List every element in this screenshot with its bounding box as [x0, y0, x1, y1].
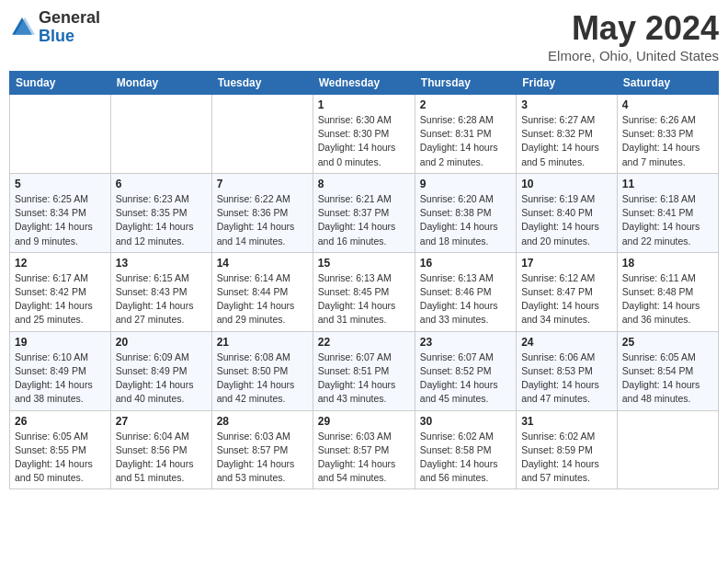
- calendar-cell: 29Sunrise: 6:03 AMSunset: 8:57 PMDayligh…: [313, 410, 415, 489]
- day-info: Sunrise: 6:12 AMSunset: 8:47 PMDaylight:…: [521, 271, 612, 327]
- title-block: May 2024 Elmore, Ohio, United States: [548, 9, 719, 63]
- day-info: Sunrise: 6:15 AMSunset: 8:43 PMDaylight:…: [116, 271, 207, 327]
- day-info: Sunrise: 6:06 AMSunset: 8:53 PMDaylight:…: [521, 350, 612, 407]
- day-number: 2: [420, 98, 511, 111]
- day-info: Sunrise: 6:27 AMSunset: 8:32 PMDaylight:…: [521, 113, 612, 169]
- day-info: Sunrise: 6:17 AMSunset: 8:42 PMDaylight:…: [15, 271, 106, 327]
- weekday-header-saturday: Saturday: [617, 72, 718, 95]
- day-info: Sunrise: 6:02 AMSunset: 8:59 PMDaylight:…: [521, 430, 612, 486]
- calendar-cell: 2Sunrise: 6:28 AMSunset: 8:31 PMDaylight…: [415, 95, 516, 174]
- day-number: 20: [116, 336, 207, 349]
- calendar-cell: 9Sunrise: 6:20 AMSunset: 8:38 PMDaylight…: [415, 173, 516, 252]
- calendar-cell: 7Sunrise: 6:22 AMSunset: 8:36 PMDaylight…: [211, 173, 313, 252]
- day-info: Sunrise: 6:05 AMSunset: 8:55 PMDaylight:…: [15, 430, 106, 486]
- logo-text: General Blue: [39, 9, 100, 46]
- calendar-cell: 27Sunrise: 6:04 AMSunset: 8:56 PMDayligh…: [110, 410, 211, 489]
- day-number: 29: [318, 415, 410, 428]
- day-number: 9: [420, 178, 511, 190]
- day-number: 18: [622, 257, 713, 270]
- calendar-cell: 13Sunrise: 6:15 AMSunset: 8:43 PMDayligh…: [110, 252, 211, 331]
- day-info: Sunrise: 6:22 AMSunset: 8:36 PMDaylight:…: [217, 192, 308, 248]
- calendar-week-row: 5Sunrise: 6:25 AMSunset: 8:34 PMDaylight…: [10, 173, 719, 252]
- calendar-cell: 26Sunrise: 6:05 AMSunset: 8:55 PMDayligh…: [10, 410, 111, 489]
- day-number: 21: [217, 336, 308, 349]
- day-number: 30: [420, 415, 511, 428]
- weekday-header-wednesday: Wednesday: [313, 72, 415, 95]
- day-info: Sunrise: 6:11 AMSunset: 8:48 PMDaylight:…: [622, 271, 713, 327]
- day-number: 5: [15, 178, 106, 190]
- day-info: Sunrise: 6:02 AMSunset: 8:58 PMDaylight:…: [420, 430, 511, 486]
- weekday-header-tuesday: Tuesday: [211, 72, 313, 95]
- calendar-cell: 28Sunrise: 6:03 AMSunset: 8:57 PMDayligh…: [211, 410, 313, 489]
- calendar-cell: 16Sunrise: 6:13 AMSunset: 8:46 PMDayligh…: [415, 252, 516, 331]
- calendar-cell: 18Sunrise: 6:11 AMSunset: 8:48 PMDayligh…: [617, 252, 718, 331]
- calendar-cell: 25Sunrise: 6:05 AMSunset: 8:54 PMDayligh…: [617, 331, 718, 410]
- day-info: Sunrise: 6:21 AMSunset: 8:37 PMDaylight:…: [318, 192, 410, 248]
- day-info: Sunrise: 6:25 AMSunset: 8:34 PMDaylight:…: [15, 192, 106, 248]
- day-number: 15: [318, 257, 410, 270]
- calendar-cell: 5Sunrise: 6:25 AMSunset: 8:34 PMDaylight…: [10, 173, 111, 252]
- month-title: May 2024: [548, 9, 719, 48]
- day-number: 16: [420, 257, 511, 270]
- weekday-header-monday: Monday: [110, 72, 211, 95]
- logo: General Blue: [9, 9, 100, 46]
- day-info: Sunrise: 6:28 AMSunset: 8:31 PMDaylight:…: [420, 113, 511, 169]
- day-number: 25: [622, 336, 713, 349]
- weekday-header-friday: Friday: [517, 72, 618, 95]
- calendar-table: SundayMondayTuesdayWednesdayThursdayFrid…: [9, 71, 719, 489]
- calendar-cell: 22Sunrise: 6:07 AMSunset: 8:51 PMDayligh…: [313, 331, 415, 410]
- day-number: 3: [521, 98, 612, 111]
- calendar-cell: 19Sunrise: 6:10 AMSunset: 8:49 PMDayligh…: [10, 331, 111, 410]
- day-info: Sunrise: 6:09 AMSunset: 8:49 PMDaylight:…: [116, 350, 207, 407]
- day-number: 17: [521, 257, 612, 270]
- day-info: Sunrise: 6:03 AMSunset: 8:57 PMDaylight:…: [217, 430, 308, 486]
- day-info: Sunrise: 6:30 AMSunset: 8:30 PMDaylight:…: [318, 113, 410, 169]
- calendar-cell: 3Sunrise: 6:27 AMSunset: 8:32 PMDaylight…: [517, 95, 618, 174]
- calendar-cell: [617, 410, 718, 489]
- day-info: Sunrise: 6:13 AMSunset: 8:45 PMDaylight:…: [318, 271, 410, 327]
- calendar-cell: 31Sunrise: 6:02 AMSunset: 8:59 PMDayligh…: [517, 410, 618, 489]
- day-info: Sunrise: 6:20 AMSunset: 8:38 PMDaylight:…: [420, 192, 511, 248]
- day-info: Sunrise: 6:10 AMSunset: 8:49 PMDaylight:…: [15, 350, 106, 407]
- day-info: Sunrise: 6:05 AMSunset: 8:54 PMDaylight:…: [622, 350, 713, 407]
- day-info: Sunrise: 6:19 AMSunset: 8:40 PMDaylight:…: [521, 192, 612, 248]
- day-info: Sunrise: 6:23 AMSunset: 8:35 PMDaylight:…: [116, 192, 207, 248]
- day-number: 11: [622, 178, 713, 190]
- day-number: 1: [318, 98, 410, 111]
- calendar-cell: 10Sunrise: 6:19 AMSunset: 8:40 PMDayligh…: [517, 173, 618, 252]
- calendar-cell: [110, 95, 211, 174]
- day-number: 23: [420, 336, 511, 349]
- day-number: 7: [217, 178, 308, 190]
- day-number: 6: [116, 178, 207, 190]
- day-info: Sunrise: 6:13 AMSunset: 8:46 PMDaylight:…: [420, 271, 511, 327]
- day-info: Sunrise: 6:26 AMSunset: 8:33 PMDaylight:…: [622, 113, 713, 169]
- calendar-cell: 21Sunrise: 6:08 AMSunset: 8:50 PMDayligh…: [211, 331, 313, 410]
- calendar-cell: [211, 95, 313, 174]
- calendar-cell: 23Sunrise: 6:07 AMSunset: 8:52 PMDayligh…: [415, 331, 516, 410]
- day-number: 24: [521, 336, 612, 349]
- calendar-week-row: 19Sunrise: 6:10 AMSunset: 8:49 PMDayligh…: [10, 331, 719, 410]
- day-number: 22: [318, 336, 410, 349]
- logo-icon: [9, 15, 35, 40]
- calendar-cell: 12Sunrise: 6:17 AMSunset: 8:42 PMDayligh…: [10, 252, 111, 331]
- calendar-cell: 1Sunrise: 6:30 AMSunset: 8:30 PMDaylight…: [313, 95, 415, 174]
- day-info: Sunrise: 6:18 AMSunset: 8:41 PMDaylight:…: [622, 192, 713, 248]
- day-number: 27: [116, 415, 207, 428]
- calendar-cell: 24Sunrise: 6:06 AMSunset: 8:53 PMDayligh…: [517, 331, 618, 410]
- day-number: 28: [217, 415, 308, 428]
- calendar-cell: 6Sunrise: 6:23 AMSunset: 8:35 PMDaylight…: [110, 173, 211, 252]
- day-number: 12: [15, 257, 106, 270]
- weekday-header-row: SundayMondayTuesdayWednesdayThursdayFrid…: [10, 72, 719, 95]
- page-header: General Blue May 2024 Elmore, Ohio, Unit…: [9, 9, 719, 63]
- logo-general: General: [39, 8, 100, 27]
- calendar-cell: 4Sunrise: 6:26 AMSunset: 8:33 PMDaylight…: [617, 95, 718, 174]
- calendar-cell: 8Sunrise: 6:21 AMSunset: 8:37 PMDaylight…: [313, 173, 415, 252]
- calendar-cell: 17Sunrise: 6:12 AMSunset: 8:47 PMDayligh…: [517, 252, 618, 331]
- calendar-cell: 11Sunrise: 6:18 AMSunset: 8:41 PMDayligh…: [617, 173, 718, 252]
- day-number: 26: [15, 415, 106, 428]
- calendar-cell: 14Sunrise: 6:14 AMSunset: 8:44 PMDayligh…: [211, 252, 313, 331]
- calendar-cell: 30Sunrise: 6:02 AMSunset: 8:58 PMDayligh…: [415, 410, 516, 489]
- weekday-header-thursday: Thursday: [415, 72, 516, 95]
- day-number: 19: [15, 336, 106, 349]
- calendar-week-row: 12Sunrise: 6:17 AMSunset: 8:42 PMDayligh…: [10, 252, 719, 331]
